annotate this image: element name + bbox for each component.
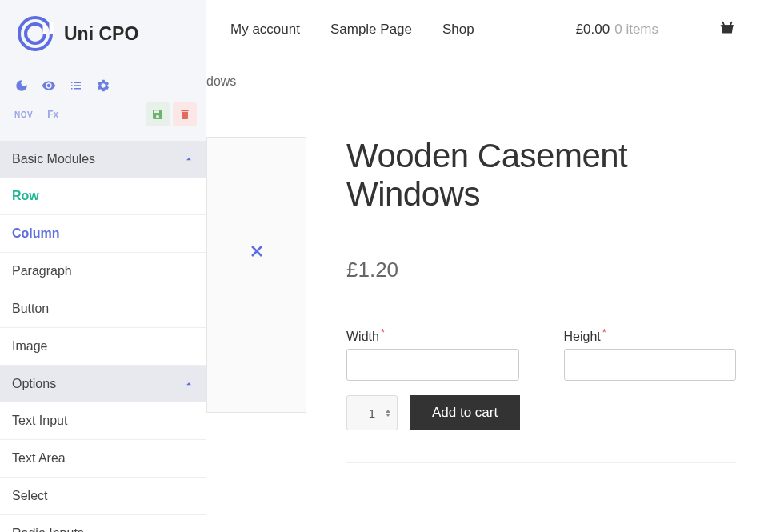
chevron-up-icon bbox=[183, 378, 194, 390]
eye-icon[interactable] bbox=[37, 74, 61, 98]
section-title: Options bbox=[12, 377, 56, 391]
top-nav: My account Sample Page Shop £0.00 0 item… bbox=[206, 0, 760, 58]
add-to-cart-button[interactable]: Add to cart bbox=[410, 395, 520, 430]
quantity-value: 1 bbox=[369, 406, 375, 420]
save-icon bbox=[151, 108, 164, 121]
divider bbox=[346, 462, 736, 463]
logo-icon bbox=[16, 14, 54, 53]
module-image[interactable]: Image bbox=[0, 328, 206, 366]
width-label: Width* bbox=[346, 326, 519, 344]
section-title: Basic Modules bbox=[12, 152, 95, 166]
cart-items-count: 0 items bbox=[614, 22, 658, 38]
svg-point-1 bbox=[26, 24, 45, 43]
chevron-up-icon bbox=[183, 154, 194, 165]
cart-summary[interactable]: £0.00 0 items bbox=[576, 22, 658, 38]
section-options[interactable]: Options bbox=[0, 366, 206, 402]
height-label: Height* bbox=[564, 326, 737, 344]
module-text-input[interactable]: Text Input bbox=[0, 402, 206, 440]
nav-my-account[interactable]: My account bbox=[230, 22, 300, 38]
height-input[interactable] bbox=[564, 349, 737, 381]
fx-badge[interactable]: Fx bbox=[41, 106, 65, 123]
main-content: My account Sample Page Shop £0.00 0 item… bbox=[206, 0, 760, 532]
breadcrumb: dows bbox=[206, 58, 760, 105]
module-text-area[interactable]: Text Area bbox=[0, 440, 206, 478]
product-image-placeholder[interactable] bbox=[206, 137, 306, 413]
nav-sample-page[interactable]: Sample Page bbox=[330, 22, 412, 38]
list-icon[interactable] bbox=[64, 74, 88, 98]
module-column[interactable]: Column bbox=[0, 215, 206, 253]
basket-icon[interactable] bbox=[718, 19, 736, 40]
save-button[interactable] bbox=[146, 102, 170, 126]
gear-icon[interactable] bbox=[91, 74, 115, 98]
cart-price: £0.00 bbox=[576, 22, 610, 38]
logo: Uni CPO bbox=[0, 0, 206, 67]
close-icon bbox=[207, 242, 306, 261]
moon-icon[interactable] bbox=[10, 74, 34, 98]
module-radio-inputs[interactable]: Radio Inputs bbox=[0, 515, 206, 532]
logo-text: Uni CPO bbox=[64, 23, 138, 45]
delete-button[interactable] bbox=[173, 102, 197, 126]
spinner-icon bbox=[386, 410, 390, 417]
module-paragraph[interactable]: Paragraph bbox=[0, 253, 206, 290]
product-title: Wooden Casement Windows bbox=[346, 137, 736, 214]
quantity-stepper[interactable]: 1 bbox=[346, 395, 398, 430]
toolbar: NOV Fx bbox=[0, 67, 206, 141]
width-input[interactable] bbox=[346, 349, 519, 381]
product-price: £1.20 bbox=[346, 258, 736, 282]
nov-badge[interactable]: NOV bbox=[10, 107, 38, 122]
trash-icon bbox=[178, 108, 191, 121]
module-row[interactable]: Row bbox=[0, 178, 206, 215]
module-select[interactable]: Select bbox=[0, 478, 206, 515]
section-basic-modules[interactable]: Basic Modules bbox=[0, 141, 206, 178]
nav-shop[interactable]: Shop bbox=[442, 22, 474, 38]
sidebar: Uni CPO NOV Fx bbox=[0, 0, 206, 532]
module-button[interactable]: Button bbox=[0, 290, 206, 328]
